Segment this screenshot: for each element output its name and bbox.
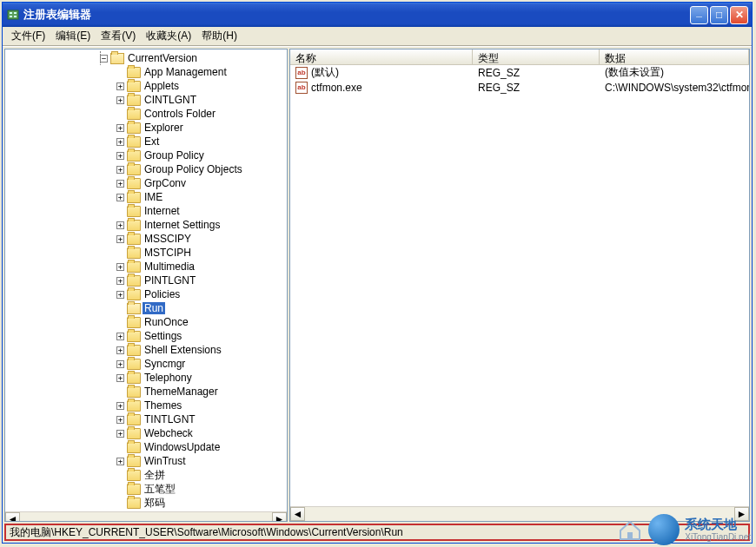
folder-icon [127, 261, 141, 273]
globe-icon [648, 514, 680, 545]
close-button[interactable]: ✕ [730, 6, 748, 24]
tree-node[interactable]: +Webcheck [5, 426, 287, 440]
expand-icon[interactable]: + [116, 263, 124, 271]
svg-rect-5 [627, 532, 633, 539]
tree-node[interactable]: +GrpConv [5, 176, 287, 190]
expand-icon[interactable]: + [116, 333, 124, 340]
tree-node[interactable]: +IME [5, 190, 287, 204]
tree-node-label: 郑码 [143, 496, 167, 511]
tree-node[interactable]: +Internet Settings [5, 218, 287, 232]
scroll-track[interactable] [20, 512, 272, 522]
tree-node[interactable]: +Themes [5, 399, 287, 412]
column-type[interactable]: 类型 [473, 49, 600, 64]
expand-icon[interactable]: + [116, 346, 124, 354]
minimize-button[interactable]: _ [690, 6, 708, 24]
tree-node[interactable]: +Syncmgr [5, 357, 287, 371]
folder-icon [127, 206, 141, 217]
tree-node[interactable]: 五笔型 [5, 482, 287, 496]
expand-icon[interactable]: + [116, 374, 124, 382]
menu-file[interactable]: 文件(F) [6, 27, 50, 45]
tree-node[interactable]: +TINTLGNT [5, 412, 287, 426]
expand-icon[interactable]: + [116, 235, 124, 243]
tree-node-label: Run [143, 302, 165, 314]
tree-node[interactable]: +Settings [5, 329, 287, 343]
expand-icon[interactable]: + [116, 124, 124, 132]
cell-data: C:\WINDOWS\system32\ctfmon.e [600, 82, 749, 94]
folder-icon [127, 220, 141, 231]
folder-icon [127, 234, 141, 245]
maximize-button[interactable]: □ [710, 6, 728, 24]
collapse-icon[interactable]: − [100, 55, 108, 63]
tree-node[interactable]: +PINTLGNT [5, 274, 287, 287]
expand-icon[interactable]: + [116, 291, 124, 299]
scroll-left-button[interactable]: ◄ [290, 507, 305, 521]
expand-icon[interactable]: + [116, 430, 124, 438]
tree-node[interactable]: WindowsUpdate [5, 440, 287, 454]
menu-favorites[interactable]: 收藏夹(A) [141, 27, 196, 45]
column-data[interactable]: 数据 [600, 49, 749, 64]
tree-scrollbar[interactable]: ◄ ► [5, 511, 287, 522]
tree-node[interactable]: +Policies [5, 287, 287, 301]
expand-icon[interactable]: + [116, 277, 124, 285]
expand-icon[interactable]: + [116, 194, 124, 201]
scroll-right-button[interactable]: ► [272, 512, 287, 522]
folder-icon [127, 164, 141, 175]
tree-node[interactable]: ThemeManager [5, 385, 287, 399]
expander-placeholder [116, 485, 124, 493]
tree-node[interactable]: Run [5, 301, 287, 315]
titlebar[interactable]: 注册表编辑器 _ □ ✕ [3, 3, 752, 27]
tree-node[interactable]: Internet [5, 204, 287, 218]
expander-placeholder [116, 499, 124, 507]
tree-node[interactable]: +CINTLGNT [5, 93, 287, 107]
tree-node[interactable]: +Multimedia [5, 260, 287, 274]
expand-icon[interactable]: + [116, 152, 124, 160]
tree-node[interactable]: +Group Policy Objects [5, 162, 287, 176]
expand-icon[interactable]: + [116, 82, 124, 90]
menu-help[interactable]: 帮助(H) [196, 27, 242, 45]
tree-node[interactable]: +Shell Extensions [5, 343, 287, 357]
window-controls: _ □ ✕ [690, 6, 748, 24]
tree-node[interactable]: +MSSCIPY [5, 232, 287, 246]
tree-panel[interactable]: −CurrentVersionApp Management+Applets+CI… [4, 49, 288, 522]
column-name[interactable]: 名称 [290, 49, 473, 64]
list-body[interactable]: ab(默认)REG_SZ(数值未设置)abctfmon.exeREG_SZC:\… [290, 65, 749, 506]
expand-icon[interactable]: + [116, 416, 124, 424]
folder-icon [127, 178, 141, 189]
tree-node-label: WinTrust [143, 455, 188, 467]
tree-node[interactable]: +WinTrust [5, 454, 287, 468]
expand-icon[interactable]: + [116, 360, 124, 368]
tree-node[interactable]: +Applets [5, 79, 287, 93]
menubar: 文件(F) 编辑(E) 查看(V) 收藏夹(A) 帮助(H) [3, 27, 752, 46]
tree-node[interactable]: +Ext [5, 135, 287, 148]
folder-icon [127, 386, 141, 398]
svg-rect-4 [14, 16, 17, 17]
tree-node[interactable]: MSTCIPH [5, 246, 287, 260]
tree-node[interactable]: RunOnce [5, 315, 287, 329]
expand-icon[interactable]: + [116, 402, 124, 410]
tree-node[interactable]: 全拼 [5, 468, 287, 482]
tree-node-label: 五笔型 [143, 482, 177, 497]
tree-node[interactable]: 郑码 [5, 496, 287, 510]
expand-icon[interactable]: + [116, 138, 124, 146]
menu-edit[interactable]: 编辑(E) [50, 27, 96, 45]
tree-node[interactable]: +Telephony [5, 371, 287, 385]
tree-node[interactable]: App Management [5, 65, 287, 79]
tree-node[interactable]: Controls Folder [5, 107, 287, 121]
registry-tree: −CurrentVersionApp Management+Applets+CI… [5, 49, 287, 511]
tree-node[interactable]: +Explorer [5, 121, 287, 135]
expand-icon[interactable]: + [116, 166, 124, 174]
expand-icon[interactable]: + [116, 96, 124, 104]
expand-icon[interactable]: + [116, 180, 124, 188]
tree-node[interactable]: +Group Policy [5, 148, 287, 162]
tree-node-root[interactable]: −CurrentVersion [5, 51, 287, 65]
registry-editor-window: 注册表编辑器 _ □ ✕ 文件(F) 编辑(E) 查看(V) 收藏夹(A) 帮助… [2, 2, 753, 544]
tree-node-label: MSTCIPH [143, 247, 193, 259]
scroll-left-button[interactable]: ◄ [5, 512, 20, 522]
list-row[interactable]: ab(默认)REG_SZ(数值未设置) [290, 65, 749, 80]
watermark: 系统天地 XiTongTianDi.net [617, 514, 751, 545]
folder-icon [127, 109, 141, 120]
menu-view[interactable]: 查看(V) [96, 27, 141, 45]
expand-icon[interactable]: + [116, 221, 124, 229]
expand-icon[interactable]: + [116, 458, 124, 465]
list-row[interactable]: abctfmon.exeREG_SZC:\WINDOWS\system32\ct… [290, 80, 749, 95]
